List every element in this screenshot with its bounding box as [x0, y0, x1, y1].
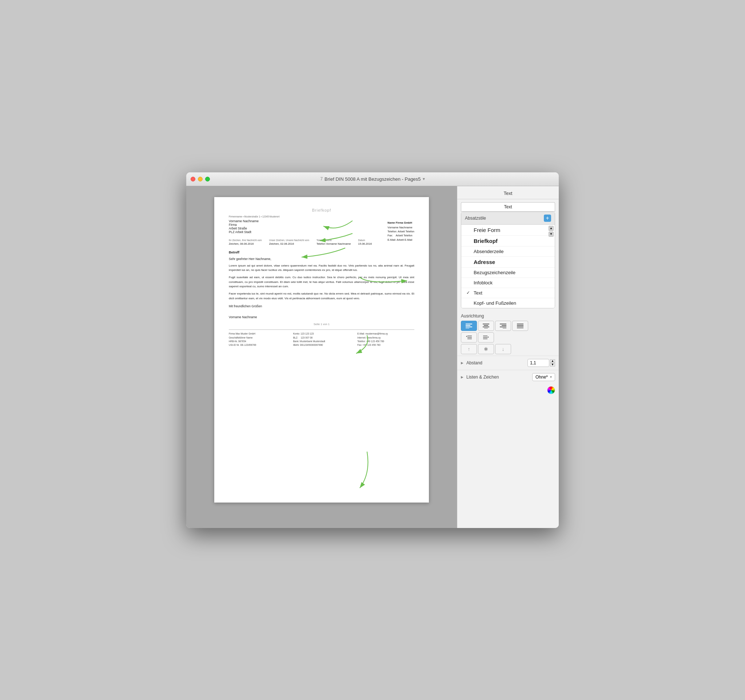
style-label-adresse: Adresse: [474, 259, 495, 265]
listen-label: ▶ Listen & Zeichen: [461, 375, 499, 380]
spacing-up-button[interactable]: ↑: [461, 344, 477, 354]
listen-chevron-icon: ▶: [461, 375, 464, 379]
alignment-grid: ↑ ✱ ↓: [461, 321, 555, 354]
close-button[interactable]: [191, 177, 195, 181]
abstand-label: ▶ Abstand: [461, 360, 482, 366]
align-right-button[interactable]: [495, 321, 511, 331]
svg-rect-1: [465, 324, 472, 324]
style-label-text: Text: [474, 290, 482, 296]
svg-rect-11: [500, 327, 506, 327]
panel-title: Text: [457, 186, 559, 199]
color-section: [457, 384, 559, 396]
check-infoblock: [466, 280, 471, 285]
svg-rect-6: [484, 325, 488, 326]
style-item-adresse[interactable]: Adresse: [461, 257, 555, 268]
absatzstile-title: Absatzstile: [465, 216, 486, 221]
document-page: Briefkopf Firmenname • Musterstraße 1 • …: [214, 197, 429, 503]
indent-left-button[interactable]: [461, 332, 477, 343]
abstand-section: ▶ Abstand 1,1 ▲ ▼: [457, 356, 559, 370]
listen-section: ▶ Listen & Zeichen Ohne* ▾: [457, 370, 559, 384]
svg-rect-19: [467, 339, 472, 339]
align-left-button[interactable]: [461, 321, 477, 331]
absatzstile-header: Absatzstile +: [461, 212, 555, 225]
indent-left-icon: [466, 335, 472, 340]
align-justify-icon: [517, 323, 524, 328]
style-item-infoblock[interactable]: Infoblock: [461, 278, 555, 288]
svg-rect-8: [484, 328, 488, 328]
svg-rect-2: [465, 325, 470, 326]
style-item-freie-form[interactable]: Freie Form: [461, 225, 555, 236]
svg-rect-4: [465, 328, 469, 328]
abstand-increment-button[interactable]: ▲: [550, 359, 555, 363]
right-panel: Text Text Absatzstile + Freie Form: [457, 186, 559, 528]
check-absenderzeile: [466, 249, 471, 254]
doc-icon: 7: [320, 176, 323, 181]
alignment-row-2: [461, 332, 555, 343]
align-justify-button[interactable]: [512, 321, 528, 331]
scroll-down-button[interactable]: ▼: [549, 231, 554, 237]
scroll-up-button[interactable]: ▲: [549, 226, 554, 231]
style-label-infoblock: Infoblock: [474, 280, 492, 285]
indent-right-button[interactable]: [478, 332, 494, 343]
abstand-chevron-icon: ▶: [461, 361, 464, 365]
svg-marker-24: [488, 336, 489, 338]
svg-rect-15: [517, 327, 524, 327]
absatzstile-section: Absatzstile + Freie Form Briefkopf: [461, 212, 555, 308]
maximize-button[interactable]: [205, 177, 210, 181]
check-kopf-fusszeilen: [466, 300, 471, 306]
indent-right-icon: [483, 335, 489, 340]
align-center-button[interactable]: [478, 321, 494, 331]
abstand-input[interactable]: 1,1: [528, 359, 549, 367]
tab-text[interactable]: Text: [461, 202, 555, 211]
svg-rect-22: [483, 337, 488, 338]
svg-rect-5: [483, 324, 489, 324]
ausrichtung-label: Ausrichtung: [461, 313, 555, 319]
style-item-kopf-fusszeilen[interactable]: Kopf- und Fußzeilen: [461, 298, 555, 308]
dropdown-caret-icon: ▾: [550, 375, 552, 379]
spacing-center-button[interactable]: ✱: [478, 344, 494, 354]
arrows-overlay: [214, 197, 429, 503]
listen-dropdown[interactable]: Ohne* ▾: [532, 373, 555, 381]
style-item-briefkopf[interactable]: Briefkopf: [461, 236, 555, 246]
titlebar: 7 Brief DIN 5008 A mit Bezugszeichen - P…: [186, 172, 559, 186]
abstand-decrement-button[interactable]: ▼: [550, 363, 555, 367]
svg-rect-14: [517, 325, 524, 326]
alignment-row-3: ↑ ✱ ↓: [461, 344, 555, 354]
abstand-stepper: ▲ ▼: [550, 359, 555, 367]
svg-rect-16: [517, 328, 524, 328]
alignment-row-1: [461, 321, 555, 331]
main-content: Briefkopf Firmenname • Musterstraße 1 • …: [186, 186, 559, 528]
scrollbar: ▲ ▼: [549, 226, 554, 237]
check-adresse: [466, 259, 471, 264]
svg-rect-12: [503, 328, 506, 328]
svg-rect-23: [483, 339, 488, 339]
style-list: Freie Form Briefkopf Absenderzeile Adres…: [461, 225, 555, 308]
document-area[interactable]: Briefkopf Firmenname • Musterstraße 1 • …: [186, 186, 457, 528]
style-label-absenderzeile: Absenderzeile: [474, 249, 503, 254]
absatzstile-add-button[interactable]: +: [544, 215, 551, 222]
svg-rect-18: [467, 337, 472, 338]
svg-rect-7: [483, 327, 489, 327]
check-briefkopf: [466, 238, 471, 243]
style-item-absenderzeile[interactable]: Absenderzeile: [461, 246, 555, 257]
style-label-freie-form: Freie Form: [474, 227, 500, 233]
check-bezugszeichenzeile: [466, 270, 471, 275]
style-item-bezugszeichenzeile[interactable]: Bezugszeichenzeile: [461, 268, 555, 278]
svg-rect-17: [467, 336, 472, 336]
svg-rect-10: [502, 325, 506, 326]
app-window: 7 Brief DIN 5008 A mit Bezugszeichen - P…: [186, 172, 559, 528]
check-text: ✓: [466, 290, 471, 295]
svg-rect-13: [517, 324, 524, 324]
color-wheel-button[interactable]: [547, 386, 555, 394]
svg-rect-9: [500, 324, 506, 324]
style-label-bezugszeichenzeile: Bezugszeichenzeile: [474, 270, 515, 275]
align-right-icon: [500, 323, 506, 328]
align-center-icon: [483, 323, 489, 328]
style-item-text[interactable]: ✓ Text: [461, 288, 555, 298]
traffic-lights: [191, 177, 210, 181]
svg-marker-20: [466, 336, 467, 337]
abstand-input-group: 1,1 ▲ ▼: [528, 359, 555, 367]
spacing-down-button[interactable]: ↓: [495, 344, 511, 354]
ausrichtung-section: Ausrichtung: [457, 310, 559, 356]
minimize-button[interactable]: [198, 177, 203, 181]
